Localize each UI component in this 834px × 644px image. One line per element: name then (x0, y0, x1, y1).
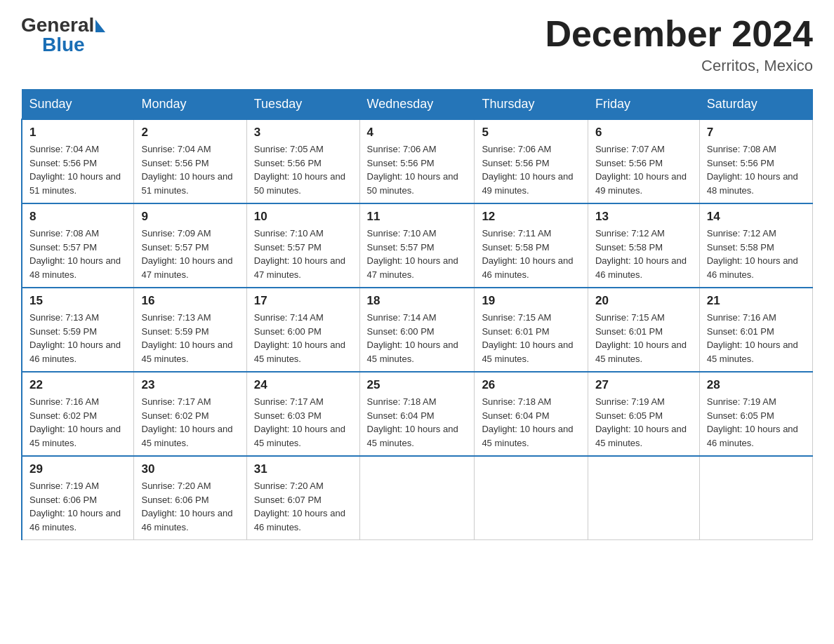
day-number: 17 (254, 294, 352, 308)
calendar-week-3: 15 Sunrise: 7:13 AMSunset: 5:59 PMDaylig… (22, 288, 813, 372)
title-block: December 2024 Cerritos, Mexico (545, 14, 813, 75)
day-number: 14 (707, 210, 805, 224)
day-info: Sunrise: 7:05 AMSunset: 5:56 PMDaylight:… (254, 142, 352, 197)
day-number: 29 (29, 462, 126, 476)
table-row: 7 Sunrise: 7:08 AMSunset: 5:56 PMDayligh… (699, 119, 812, 203)
day-info: Sunrise: 7:17 AMSunset: 6:02 PMDaylight:… (141, 395, 239, 450)
table-row: 28 Sunrise: 7:19 AMSunset: 6:05 PMDaylig… (699, 372, 812, 456)
calendar-week-1: 1 Sunrise: 7:04 AMSunset: 5:56 PMDayligh… (22, 119, 813, 203)
day-number: 10 (254, 210, 352, 224)
table-row: 11 Sunrise: 7:10 AMSunset: 5:57 PMDaylig… (359, 203, 475, 288)
day-number: 28 (707, 378, 805, 392)
table-row: 27 Sunrise: 7:19 AMSunset: 6:05 PMDaylig… (588, 372, 699, 456)
day-info: Sunrise: 7:04 AMSunset: 5:56 PMDaylight:… (141, 142, 239, 197)
table-row: 1 Sunrise: 7:04 AMSunset: 5:56 PMDayligh… (22, 119, 134, 203)
table-row: 13 Sunrise: 7:12 AMSunset: 5:58 PMDaylig… (588, 203, 699, 288)
day-info: Sunrise: 7:13 AMSunset: 5:59 PMDaylight:… (141, 311, 239, 365)
table-row (359, 456, 475, 540)
day-info: Sunrise: 7:15 AMSunset: 6:01 PMDaylight:… (482, 311, 581, 365)
day-info: Sunrise: 7:18 AMSunset: 6:04 PMDaylight:… (367, 395, 468, 450)
col-friday: Friday (588, 90, 699, 120)
day-number: 7 (707, 126, 805, 140)
day-number: 26 (482, 378, 581, 392)
col-tuesday: Tuesday (246, 90, 359, 120)
day-info: Sunrise: 7:20 AMSunset: 6:06 PMDaylight:… (141, 479, 239, 534)
day-number: 4 (367, 126, 468, 140)
table-row: 4 Sunrise: 7:06 AMSunset: 5:56 PMDayligh… (359, 119, 475, 203)
day-info: Sunrise: 7:19 AMSunset: 6:05 PMDaylight:… (707, 395, 805, 450)
table-row: 29 Sunrise: 7:19 AMSunset: 6:06 PMDaylig… (22, 456, 134, 540)
day-number: 3 (254, 126, 352, 140)
day-number: 8 (29, 210, 126, 224)
table-row: 6 Sunrise: 7:07 AMSunset: 5:56 PMDayligh… (588, 119, 699, 203)
day-info: Sunrise: 7:13 AMSunset: 5:59 PMDaylight:… (29, 311, 126, 365)
day-info: Sunrise: 7:11 AMSunset: 5:58 PMDaylight:… (482, 227, 581, 281)
day-info: Sunrise: 7:08 AMSunset: 5:57 PMDaylight:… (29, 227, 126, 281)
day-number: 1 (29, 126, 126, 140)
day-info: Sunrise: 7:06 AMSunset: 5:56 PMDaylight:… (482, 142, 581, 197)
table-row: 8 Sunrise: 7:08 AMSunset: 5:57 PMDayligh… (22, 203, 134, 288)
day-number: 21 (707, 294, 805, 308)
col-sunday: Sunday (22, 90, 134, 120)
day-number: 18 (367, 294, 468, 308)
day-info: Sunrise: 7:16 AMSunset: 6:02 PMDaylight:… (29, 395, 126, 450)
day-info: Sunrise: 7:12 AMSunset: 5:58 PMDaylight:… (595, 227, 692, 281)
day-number: 23 (141, 378, 239, 392)
day-info: Sunrise: 7:14 AMSunset: 6:00 PMDaylight:… (254, 311, 352, 365)
day-number: 19 (482, 294, 581, 308)
day-info: Sunrise: 7:16 AMSunset: 6:01 PMDaylight:… (707, 311, 805, 365)
col-thursday: Thursday (475, 90, 588, 120)
day-number: 9 (141, 210, 239, 224)
day-info: Sunrise: 7:04 AMSunset: 5:56 PMDaylight:… (29, 142, 126, 197)
day-number: 12 (482, 210, 581, 224)
table-row: 3 Sunrise: 7:05 AMSunset: 5:56 PMDayligh… (246, 119, 359, 203)
table-row (699, 456, 812, 540)
table-row: 20 Sunrise: 7:15 AMSunset: 6:01 PMDaylig… (588, 288, 699, 372)
col-saturday: Saturday (699, 90, 812, 120)
table-row: 30 Sunrise: 7:20 AMSunset: 6:06 PMDaylig… (134, 456, 246, 540)
table-row: 31 Sunrise: 7:20 AMSunset: 6:07 PMDaylig… (246, 456, 359, 540)
day-number: 30 (141, 462, 239, 476)
calendar-header-row: Sunday Monday Tuesday Wednesday Thursday… (22, 90, 813, 120)
day-number: 6 (595, 126, 692, 140)
table-row: 12 Sunrise: 7:11 AMSunset: 5:58 PMDaylig… (475, 203, 588, 288)
table-row: 23 Sunrise: 7:17 AMSunset: 6:02 PMDaylig… (134, 372, 246, 456)
day-number: 31 (254, 462, 352, 476)
table-row: 18 Sunrise: 7:14 AMSunset: 6:00 PMDaylig… (359, 288, 475, 372)
day-number: 20 (595, 294, 692, 308)
day-info: Sunrise: 7:09 AMSunset: 5:57 PMDaylight:… (141, 227, 239, 281)
calendar-table: Sunday Monday Tuesday Wednesday Thursday… (21, 89, 813, 540)
col-monday: Monday (134, 90, 246, 120)
day-number: 2 (141, 126, 239, 140)
table-row: 17 Sunrise: 7:14 AMSunset: 6:00 PMDaylig… (246, 288, 359, 372)
table-row: 22 Sunrise: 7:16 AMSunset: 6:02 PMDaylig… (22, 372, 134, 456)
table-row: 19 Sunrise: 7:15 AMSunset: 6:01 PMDaylig… (475, 288, 588, 372)
day-info: Sunrise: 7:12 AMSunset: 5:58 PMDaylight:… (707, 227, 805, 281)
table-row: 21 Sunrise: 7:16 AMSunset: 6:01 PMDaylig… (699, 288, 812, 372)
logo: General Blue (21, 14, 107, 56)
table-row (588, 456, 699, 540)
day-number: 13 (595, 210, 692, 224)
day-number: 24 (254, 378, 352, 392)
day-number: 11 (367, 210, 468, 224)
col-wednesday: Wednesday (359, 90, 475, 120)
day-info: Sunrise: 7:14 AMSunset: 6:00 PMDaylight:… (367, 311, 468, 365)
table-row: 10 Sunrise: 7:10 AMSunset: 5:57 PMDaylig… (246, 203, 359, 288)
logo-triangle-icon (95, 20, 105, 32)
table-row: 26 Sunrise: 7:18 AMSunset: 6:04 PMDaylig… (475, 372, 588, 456)
day-info: Sunrise: 7:20 AMSunset: 6:07 PMDaylight:… (254, 479, 352, 534)
table-row: 24 Sunrise: 7:17 AMSunset: 6:03 PMDaylig… (246, 372, 359, 456)
table-row: 25 Sunrise: 7:18 AMSunset: 6:04 PMDaylig… (359, 372, 475, 456)
day-info: Sunrise: 7:10 AMSunset: 5:57 PMDaylight:… (254, 227, 352, 281)
table-row: 16 Sunrise: 7:13 AMSunset: 5:59 PMDaylig… (134, 288, 246, 372)
calendar-week-4: 22 Sunrise: 7:16 AMSunset: 6:02 PMDaylig… (22, 372, 813, 456)
day-info: Sunrise: 7:17 AMSunset: 6:03 PMDaylight:… (254, 395, 352, 450)
table-row: 5 Sunrise: 7:06 AMSunset: 5:56 PMDayligh… (475, 119, 588, 203)
table-row: 9 Sunrise: 7:09 AMSunset: 5:57 PMDayligh… (134, 203, 246, 288)
month-title: December 2024 (545, 14, 813, 54)
table-row (475, 456, 588, 540)
day-info: Sunrise: 7:18 AMSunset: 6:04 PMDaylight:… (482, 395, 581, 450)
day-info: Sunrise: 7:07 AMSunset: 5:56 PMDaylight:… (595, 142, 692, 197)
calendar-week-2: 8 Sunrise: 7:08 AMSunset: 5:57 PMDayligh… (22, 203, 813, 288)
table-row: 14 Sunrise: 7:12 AMSunset: 5:58 PMDaylig… (699, 203, 812, 288)
